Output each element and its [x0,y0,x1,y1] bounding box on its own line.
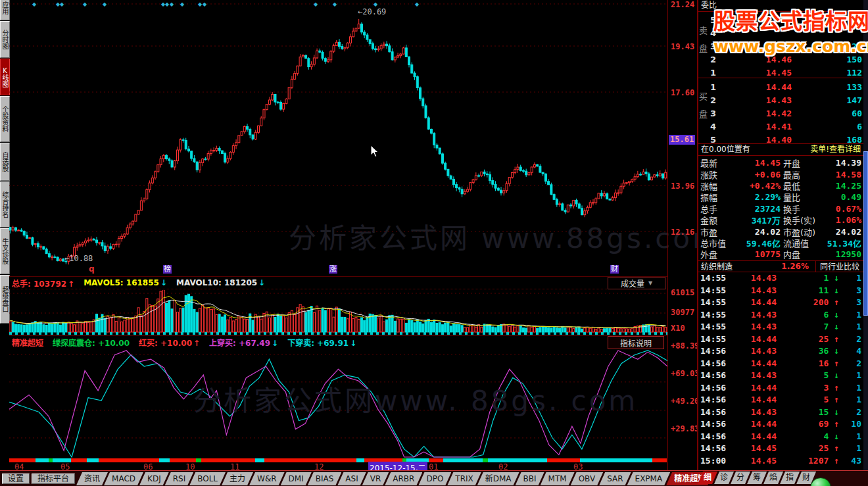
industry-change: 1.26% [761,262,809,271]
sell-row-3[interactable]: 314.4720 [710,39,862,53]
time-sales-list[interactable]: 14:5514.431 ↓114:5514.4311 ↓314:5514.442… [698,272,863,467]
trend-ribbon [9,458,667,462]
ribbon-segment [356,458,364,462]
sidebar-item-4[interactable]: 自选股 [0,143,10,181]
mini-tab-焰[interactable]: 焰 [763,472,783,484]
event-marker-2[interactable]: 涨 [329,265,337,274]
bottom-tab-新DMA[interactable]: 新DMA [477,472,519,485]
sell-row-1[interactable]: 114.45112 [710,66,862,79]
buy-row-5[interactable]: 514.40168 [710,133,862,146]
bottom-tab-VR[interactable]: VR [362,472,389,485]
tick-row-6: 14:5614.4336 ↓4 [698,345,863,358]
ribbon-segment [652,458,667,462]
bottom-tab-ASI[interactable]: ASI [337,472,366,485]
bottom-tab-BBI[interactable]: BBI [516,472,544,485]
buy-row-2[interactable]: 214.43147 [710,93,862,107]
osc-axis-label-0: +88.39 [671,341,699,351]
bottom-tab-BOLL[interactable]: BOLL [189,472,226,485]
bottom-tab-BIAS[interactable]: BIAS [308,472,342,485]
tick-row-14: 14:5614.4525 ↑1 [698,443,863,455]
tick-row-13: 14:5614.444 ↓1 [698,430,863,443]
buy-row-3[interactable]: 314.4260 [710,107,862,120]
bottom-tab-主力[interactable]: 主力 [222,472,253,485]
sidebar-item-7[interactable]: 超级盘口 [0,275,10,324]
sidebar-item-2[interactable]: K线图 [0,59,10,95]
mini-tab-筹[interactable]: 筹 [747,472,767,484]
signal-diamond-icon: ◆ [415,1,419,7]
sidebar-item-6[interactable]: 牛叉诊股 [0,228,10,274]
bottom-tab-SAR[interactable]: SAR [599,472,631,485]
stats-row-5: 金额3417万换手(实)1.06% [698,214,863,226]
ribbon-segment [264,458,356,462]
sidebar-item-5[interactable]: 综合排名 [0,182,10,228]
mini-tab-细[interactable]: 细 [698,472,717,484]
stats-grid: 最新14.45开盘14.39涨跌+0.06最高14.58涨幅+0.42%最低14… [698,156,863,261]
bottom-tab-OBV[interactable]: OBV [571,472,604,485]
mini-tab-诊[interactable]: 诊 [714,472,734,484]
chart-region: ◆◆◆◆◆◆◆◆◆◆◆◆◆◆◆ ←20.69 ←10.88 q榜涨财 分析家公式… [9,0,697,470]
buy-row-1[interactable]: 114.44133 [710,80,862,93]
indicator-help-button[interactable]: 指标说明 [608,336,664,349]
right-mini-tabs: 细诊分筹焰指财 [701,472,816,484]
signal-diamond-icon: ◆ [83,1,87,7]
buy-side-label: 买盘 [700,92,709,128]
volume-chart[interactable] [9,290,667,333]
candlestick-chart[interactable] [9,0,667,276]
bottom-button-1[interactable]: 指标平台 [32,474,75,484]
sidebar-item-0[interactable]: 应用 [0,0,10,20]
scrollbar-thumb[interactable] [863,151,868,316]
bottom-tab-EXPMA[interactable]: EXPMA [627,472,671,485]
sidebar-item-1[interactable]: 分时图 [0,21,10,58]
bottom-tab-MTM[interactable]: MTM [541,472,575,485]
stats-row-8: 外盘10775内盘12950 [698,249,863,260]
oscillator-chart[interactable] [9,349,667,458]
indicator-header-arrow-2: ↑ [193,339,200,348]
ribbon-segment [196,458,201,462]
signal-diamond-icon: ◆ [314,1,318,7]
book-separator [698,78,863,78]
selector-label: 成交量 [621,278,644,289]
indicator-selector-dropdown[interactable]: 成交量 ▼ [608,277,665,289]
tick-row-11: 14:5614.4315 ↓2 [698,406,863,418]
tick-row-4: 14:5514.437 ↓1 [698,321,863,333]
bottom-tab-MACD[interactable]: MACD [104,472,143,485]
bottom-tab-DPO[interactable]: DPO [418,472,451,485]
sell-row-4[interactable]: 4 [710,26,862,39]
ribbon-segment [87,458,99,462]
bottom-tab-DMI[interactable]: DMI [281,472,312,485]
ribbon-segment [488,458,547,462]
sidebar-item-3[interactable]: 个股资料 [0,96,10,142]
volume-header-arrow-0: ↑ [68,279,74,289]
bottom-tab-资讯[interactable]: 资讯 [76,472,108,485]
osc-axis-label-2: +49.20 [671,397,699,406]
event-marker-3[interactable]: 财 [610,265,619,274]
bottom-tab-ARBR[interactable]: ARBR [385,472,422,485]
order-book: 卖盘 买盘 54314.4720214.46150114.45112114.44… [698,12,863,144]
sell-row-2[interactable]: 214.46150 [710,53,862,66]
volume-pane-header: 总手: 103792↑MAVOL5: 161855↓MAVOL10: 18120… [9,276,667,289]
volume-header-arrow-1: ↓ [160,278,167,287]
bottom-tab-RSI[interactable]: RSI [165,472,194,485]
mini-tab-分[interactable]: 分 [731,472,750,484]
bottom-tab-KDJ[interactable]: KDJ [139,472,169,485]
bottom-button-0[interactable]: 设置 [2,474,30,484]
ribbon-segment [580,458,652,462]
left-sidebar: 应用分时图K线图个股资料自选股综合排名牛叉诊股超级盘口 [0,0,9,324]
signal-diamond-icon: ◆ [103,1,107,7]
buy-row-4[interactable]: 414.416 [710,120,862,133]
signal-diamond-icon: ◆ [203,1,206,7]
indicator-header-item-1: 绿探底震仓: +10.00 [53,337,130,348]
osc-axis-label-3: +29.83 [671,424,699,433]
mini-tab-指[interactable]: 指 [780,472,800,484]
event-marker-0[interactable]: q [89,265,95,274]
industry-compare-button[interactable]: 同行业比较 [815,260,863,272]
stock-analysis-app: 应用分时图K线图个股资料自选股综合排名牛叉诊股超级盘口 ◆◆◆◆◆◆◆◆◆◆◆◆… [0,0,868,486]
bottom-tab-TRIX[interactable]: TRIX [447,472,481,485]
bottom-tab-W&R[interactable]: W&R [249,472,285,485]
volume-axis-1: 61015 [671,288,694,297]
industry-name[interactable]: 纺织制造 [698,260,761,272]
sell-row-5[interactable]: 5 [710,13,862,26]
tick-row-12: 14:5614.4469 ↑10 [698,418,863,431]
tick-row-2: 14:5514.44200 ↑3 [698,297,863,309]
event-marker-1[interactable]: 榜 [163,265,172,274]
